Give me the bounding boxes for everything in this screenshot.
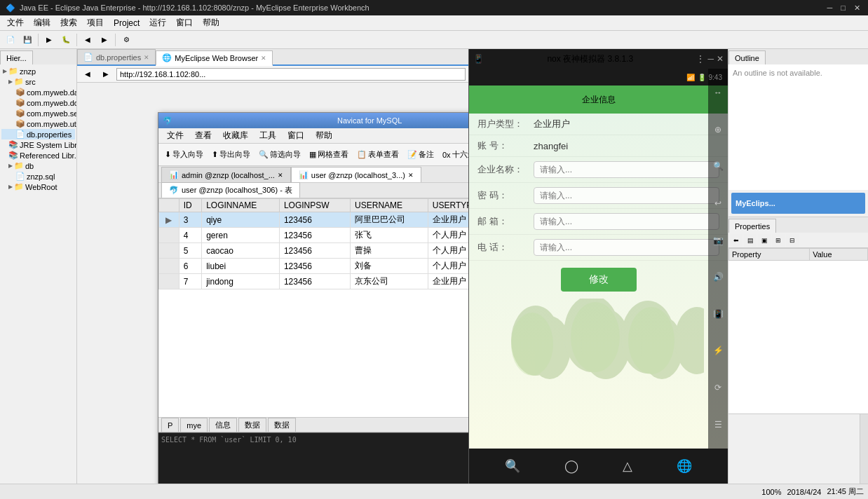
toolbar-debug[interactable]: 🐛 — [58, 33, 74, 47]
tree-item-sql[interactable]: 📄 znzp.sql — [1, 171, 75, 182]
nav-btn-home[interactable]: ◯ — [564, 458, 578, 474]
nav-menu-window[interactable]: 窗口 — [282, 128, 310, 143]
toolbar-extra[interactable]: ⚙ — [118, 33, 134, 47]
nav-btn-globe[interactable]: 🌐 — [677, 458, 692, 474]
nav-tool-import[interactable]: ⬇ 导入向导 — [161, 146, 207, 164]
emulator-menu-btn[interactable]: ⋮ — [696, 54, 705, 64]
input-phone[interactable] — [534, 239, 719, 256]
table-row[interactable]: 4 geren 123456 张飞 个人用户 (Null) (N... — [159, 228, 469, 243]
outline-tab[interactable]: Outline — [728, 50, 766, 64]
col-usertype[interactable]: USERTYPE — [428, 199, 468, 212]
props-tool-2[interactable]: ▤ — [744, 234, 757, 247]
toolbar-new[interactable]: 📄 — [3, 33, 18, 47]
tab-browser[interactable]: 🌐 MyEclipse Web Browser ✕ — [156, 50, 273, 66]
nav-inner-tab-table[interactable]: 🐬 user @znzp (localhost_306) - 表 — [161, 182, 300, 198]
props-tool-4[interactable]: ⊞ — [772, 234, 785, 247]
nav-btn-back[interactable]: △ — [623, 458, 632, 474]
nav-menu-help[interactable]: 帮助 — [310, 128, 338, 143]
emulator-min[interactable]: ─ — [707, 54, 714, 64]
props-tool-5[interactable]: ⊟ — [786, 234, 799, 247]
tree-item-pkg1[interactable]: 📦 com.myweb.da... — [1, 87, 75, 97]
side-btn-5[interactable]: 📷 — [713, 235, 724, 245]
col-loginpsw[interactable]: LOGINPSW — [279, 199, 350, 212]
tree-item-webroot[interactable]: ▶ 📁 WebRoot — [1, 182, 75, 192]
side-btn-10[interactable]: ☰ — [714, 420, 722, 430]
submit-btn[interactable]: 修改 — [561, 268, 637, 292]
input-password[interactable] — [534, 187, 719, 204]
col-loginname[interactable]: LOGINNAME — [202, 199, 280, 212]
nav-tab-user-close[interactable]: ✕ — [408, 172, 414, 179]
emulator-close[interactable]: ✕ — [717, 54, 724, 64]
tree-item-dbprops[interactable]: 📄 db.properties — [1, 129, 75, 139]
tree-item-db[interactable]: ▶ 📁 db — [1, 160, 75, 171]
menu-project-en[interactable]: Project — [109, 17, 144, 29]
table-row[interactable]: 6 liubei 123456 刘备 个人用户 (Null) (N... — [159, 259, 469, 274]
nav-tool-hex[interactable]: 0x 十六进制 — [439, 146, 468, 164]
tree-item-pkg2[interactable]: 📦 com.myweb.do... — [1, 97, 75, 108]
nav-tool-grid[interactable]: ▦ 网格查看 — [306, 146, 352, 164]
nav-tool-export[interactable]: ⬆ 导出向导 — [208, 146, 254, 164]
props-tab[interactable]: Properties — [728, 219, 776, 233]
menu-file[interactable]: 文件 — [3, 15, 28, 30]
col-username[interactable]: USERNAME — [351, 199, 428, 212]
nav-menu-tools[interactable]: 工具 — [254, 128, 282, 143]
col-id[interactable]: ID — [179, 199, 202, 212]
menu-edit[interactable]: 编辑 — [29, 15, 55, 30]
nav-tool-filter[interactable]: 🔍 筛选向导 — [255, 146, 304, 164]
nav-menu-view[interactable]: 查看 — [189, 128, 217, 143]
table-row[interactable]: 5 caocao 123456 曹操 个人用户 (Null) (N... — [159, 243, 469, 259]
bottom-tab-data2[interactable]: 数据 — [268, 418, 296, 432]
tree-item-znzp[interactable]: ▶ 📁 znzp — [1, 66, 75, 76]
tree-item-jre[interactable]: 📚 JRE System Librar... — [1, 139, 75, 150]
side-btn-9[interactable]: ⟳ — [714, 383, 721, 392]
tab-dbprops[interactable]: 📄 db.properties ✕ — [77, 49, 156, 64]
nav-tool-note[interactable]: 📝 备注 — [404, 146, 438, 164]
side-btn-6[interactable]: 🔊 — [713, 272, 724, 282]
props-tool-1[interactable]: ⬅ — [730, 234, 742, 247]
side-btn-1[interactable]: ↔ — [714, 88, 722, 97]
nav-btn-search[interactable]: 🔍 — [505, 458, 520, 474]
menu-search[interactable]: 搜索 — [56, 15, 81, 30]
addr-back-btn[interactable]: ◀ — [80, 67, 95, 81]
nav-tool-form[interactable]: 📋 表单查看 — [353, 146, 402, 164]
toolbar-save[interactable]: 💾 — [20, 33, 35, 47]
side-btn-3[interactable]: 🔍 — [713, 161, 724, 171]
maximize-btn[interactable]: □ — [839, 4, 848, 13]
addr-forward-btn[interactable]: ▶ — [98, 67, 114, 81]
side-btn-7[interactable]: 📳 — [713, 309, 724, 319]
input-email[interactable] — [534, 213, 719, 230]
toolbar-run[interactable]: ▶ — [41, 33, 57, 47]
tree-item-reflib[interactable]: 📚 Referenced Libr... — [1, 150, 75, 160]
explorer-tab[interactable]: Hier... — [0, 50, 33, 64]
bottom-tab-p[interactable]: P — [161, 418, 179, 432]
nav-menu-file[interactable]: 文件 — [161, 128, 189, 143]
tree-item-src[interactable]: ▶ 📁 src — [1, 76, 75, 87]
menu-help[interactable]: 帮助 — [198, 15, 224, 30]
minimize-btn[interactable]: ─ — [825, 4, 835, 13]
side-btn-4[interactable]: ↩ — [714, 198, 721, 208]
side-btn-2[interactable]: ⊕ — [714, 125, 721, 135]
address-input[interactable] — [116, 68, 466, 81]
bottom-tab-mye[interactable]: mye — [180, 418, 208, 432]
toolbar-forward[interactable]: ▶ — [97, 33, 112, 47]
props-scrollbar[interactable] — [860, 414, 868, 484]
table-row[interactable]: ▶ 3 qiye 123456 阿里巴巴公司 企业用户 (Null) (N... — [159, 212, 469, 228]
tab-dbprops-close[interactable]: ✕ — [144, 54, 149, 61]
toolbar-back[interactable]: ◀ — [80, 33, 95, 47]
props-tool-3[interactable]: ▣ — [758, 234, 771, 247]
nav-tab-admin[interactable]: 📊 admin @znzp (localhost_... ✕ — [161, 167, 291, 182]
nav-tab-user[interactable]: 📊 user @znzp (localhost_3...) ✕ — [291, 167, 421, 182]
tree-item-pkg4[interactable]: 📦 com.myweb.uti... — [1, 118, 75, 129]
tab-browser-close[interactable]: ✕ — [261, 55, 266, 62]
nav-menu-fav[interactable]: 收藏库 — [217, 128, 254, 143]
close-btn[interactable]: ✕ — [852, 4, 862, 13]
table-row[interactable]: 7 jindong 123456 京东公司 企业用户 (Null) (N... — [159, 274, 469, 289]
bottom-tab-info[interactable]: 信息 — [209, 418, 237, 432]
bottom-tab-data1[interactable]: 数据 — [238, 418, 266, 432]
side-btn-8[interactable]: ⚡ — [713, 346, 724, 355]
tree-item-pkg3[interactable]: 📦 com.myweb.se... — [1, 108, 75, 118]
menu-run[interactable]: 运行 — [145, 15, 170, 30]
menu-window[interactable]: 窗口 — [172, 15, 197, 30]
input-company[interactable] — [534, 161, 719, 178]
menu-project[interactable]: 项目 — [83, 15, 108, 30]
